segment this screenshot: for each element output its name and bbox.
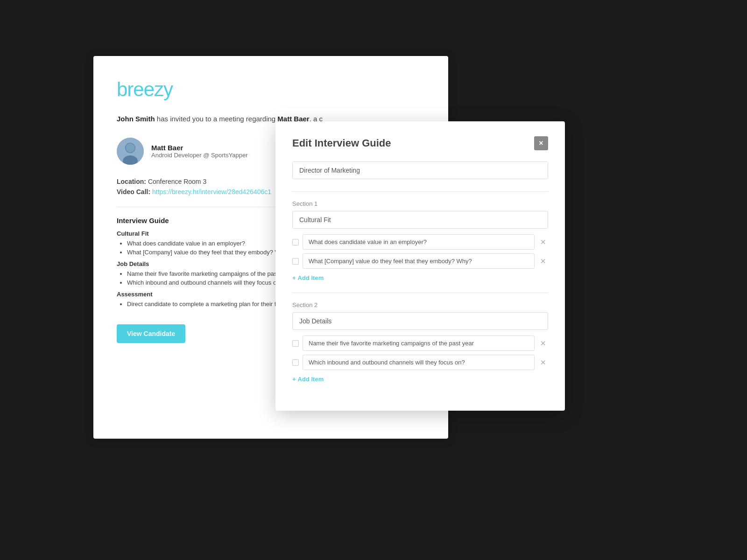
- candidate-name: Matt Baer: [151, 144, 248, 152]
- item-input[interactable]: [303, 355, 535, 370]
- add-item-label: Add Item: [298, 274, 324, 281]
- remove-item-icon[interactable]: ✕: [538, 338, 548, 349]
- candidate-info: Matt Baer Android Developer @ SportsYapp…: [151, 144, 248, 159]
- item-row: ✕: [292, 253, 548, 269]
- item-input[interactable]: [303, 234, 535, 250]
- plus-icon: +: [292, 274, 296, 281]
- item-input[interactable]: [303, 336, 535, 351]
- modal-title: Edit Interview Guide: [292, 137, 391, 149]
- view-candidate-button[interactable]: View Candidate: [117, 324, 185, 343]
- modal-close-button[interactable]: ×: [534, 136, 548, 150]
- plus-icon: +: [292, 376, 296, 383]
- remove-item-icon[interactable]: ✕: [538, 237, 548, 247]
- item-checkbox[interactable]: [292, 340, 299, 347]
- location-label: Location:: [117, 178, 146, 185]
- item-row: ✕: [292, 355, 548, 370]
- section-2-name-input[interactable]: [292, 312, 548, 330]
- item-checkbox[interactable]: [292, 359, 299, 366]
- app-logo: breezy: [117, 78, 425, 101]
- add-item-button-section-1[interactable]: + Add Item: [292, 273, 324, 283]
- sender-name: John Smith: [117, 115, 155, 123]
- add-item-button-section-2[interactable]: + Add Item: [292, 374, 324, 385]
- add-item-label: Add Item: [298, 376, 324, 383]
- modal-divider-2: [292, 293, 548, 293]
- svg-point-3: [126, 143, 135, 153]
- item-checkbox[interactable]: [292, 239, 299, 245]
- section-1-label: Section 1: [292, 200, 548, 207]
- item-row: ✕: [292, 234, 548, 250]
- close-icon: ×: [539, 139, 543, 147]
- guide-title-input[interactable]: [292, 161, 548, 179]
- remove-item-icon[interactable]: ✕: [538, 357, 548, 368]
- item-input[interactable]: [303, 253, 535, 269]
- modal-header: Edit Interview Guide ×: [292, 136, 548, 150]
- section-1-name-input[interactable]: [292, 211, 548, 229]
- candidate-role: Android Developer @ SportsYapper: [151, 152, 248, 159]
- item-checkbox[interactable]: [292, 258, 299, 265]
- remove-item-icon[interactable]: ✕: [538, 256, 548, 266]
- avatar: [117, 138, 144, 165]
- location-value: Conference Room 3: [148, 178, 206, 185]
- edit-interview-guide-modal: Edit Interview Guide × Section 1 ✕ ✕ +: [275, 121, 565, 411]
- item-row: ✕: [292, 336, 548, 351]
- section-2-label: Section 2: [292, 301, 548, 308]
- modal-divider-1: [292, 191, 548, 192]
- modal-section-2: Section 2 ✕ ✕ + Add Item: [292, 301, 548, 385]
- video-call-label: Video Call:: [117, 188, 150, 196]
- video-call-link[interactable]: https://breezy.hr/interview/28ed426406c1: [152, 188, 271, 196]
- modal-section-1: Section 1 ✕ ✕ + Add Item: [292, 200, 548, 283]
